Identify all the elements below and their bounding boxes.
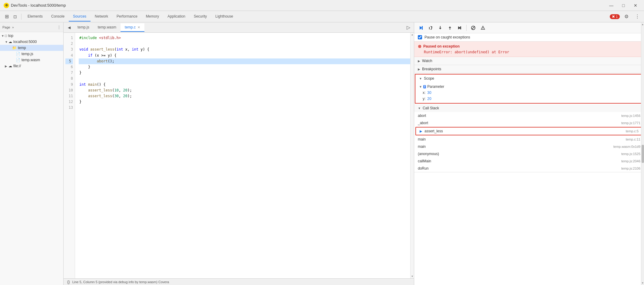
callstack-item-doRun[interactable]: doRun temp.js:2106	[414, 165, 644, 172]
deactivate-breakpoints-button[interactable]	[469, 24, 477, 32]
chevron-down-icon: ▼	[5, 40, 8, 44]
chevron-right-icon: ▶	[5, 65, 8, 68]
callstack-header[interactable]: ▼ Call Stack	[414, 104, 644, 112]
tree-item-localhost[interactable]: ▼ ☁ localhost:5000	[0, 39, 63, 45]
minimize-button[interactable]: —	[606, 2, 616, 9]
close-tab-icon[interactable]: ✕	[137, 25, 140, 29]
code-line-10: assert_less(10, 20);	[79, 88, 410, 93]
code-line-9: int main() {	[79, 82, 410, 88]
tab-temp-c[interactable]: temp.c ✕	[121, 23, 144, 32]
scope-x-row: x: 30	[415, 90, 643, 96]
code-area: 1 2 3 4 5 6 7 8 9 10 11 12 13 #include <…	[64, 33, 414, 278]
tab-performance[interactable]: Performance	[112, 12, 142, 22]
tree-item-file[interactable]: ▶ ☁ file://	[0, 63, 63, 69]
step-into-button[interactable]	[436, 24, 444, 32]
svg-marker-0	[420, 26, 422, 30]
scroll-down-icon[interactable]: ▼	[642, 282, 644, 284]
file-tree: ▼ □ top ▼ ☁ localhost:5000 📁 temp	[0, 32, 63, 285]
tree-item-temp-wasm[interactable]: 📄 temp.wasm	[0, 57, 63, 63]
chevron-down-icon: ▼	[419, 85, 422, 88]
line-numbers: 1 2 3 4 5 6 7 8 9 10 11 12 13	[64, 33, 75, 278]
breakpoints-section: ▶ Breakpoints	[414, 65, 644, 73]
tab-network[interactable]: Network	[91, 12, 112, 22]
chevron-down-icon: ▼	[418, 107, 421, 110]
maximize-button[interactable]: □	[619, 2, 628, 9]
status-bar: {} Line 5, Column 5 (provided via debug …	[64, 278, 414, 285]
code-content[interactable]: #include <stdlib.h> void assert_less(int…	[75, 33, 414, 278]
navigate-back-icon[interactable]: ◀	[65, 23, 73, 32]
callstack-item-callMain[interactable]: callMain temp.js:2046	[414, 157, 644, 165]
scroll-down-icon[interactable]: ▼	[411, 275, 414, 278]
callstack-section: ▼ Call Stack abort temp.js:1456 _abort t…	[414, 104, 644, 172]
tab-temp-wasm[interactable]: temp.wasm	[94, 23, 121, 32]
tab-temp-js[interactable]: temp.js	[73, 23, 94, 32]
error-icon: ✖	[612, 15, 615, 19]
close-button[interactable]: ✕	[631, 2, 640, 9]
devtools-right-controls: ✖ 1 ⚙ ⋮	[610, 12, 642, 21]
callstack-item-assert-less[interactable]: ▶ assert_less temp.c:5	[416, 128, 642, 135]
paused-exception-heading: Paused on exception	[423, 44, 460, 48]
undock-icon[interactable]: ⊡	[11, 12, 19, 21]
tree-item-temp[interactable]: 📁 temp	[0, 45, 63, 51]
vertical-scrollbar[interactable]: ▲ ▼	[410, 33, 414, 278]
pause-exceptions-checkbox[interactable]	[418, 35, 422, 39]
more-options-icon[interactable]: ⋮	[633, 12, 642, 21]
tab-console[interactable]: Console	[47, 12, 69, 22]
code-line-5: abort();	[79, 58, 410, 64]
breakpoints-header[interactable]: ▶ Breakpoints	[414, 65, 644, 73]
callstack-item-anonymous[interactable]: (anonymous) temp.js:1525	[414, 150, 644, 157]
callstack-title: Call Stack	[423, 106, 439, 110]
folder-icon: □	[5, 34, 7, 38]
chevron-down-icon: ▼	[1, 34, 5, 38]
right-panel: Pause on caught exceptions ⊗ Paused on e…	[414, 22, 644, 285]
paused-exception-title: ⊗ Paused on exception	[418, 44, 640, 49]
callstack-item-main-wasm[interactable]: main temp.wasm:0x1d9	[414, 143, 644, 150]
expand-icon[interactable]: ▷	[404, 23, 413, 32]
code-line-8	[79, 76, 410, 81]
scroll-thumb[interactable]	[642, 145, 644, 163]
tab-application[interactable]: Application	[163, 12, 190, 22]
pause-on-exception-button[interactable]	[479, 24, 487, 32]
scope-section: ▼ Scope ▼ f Parameter x: 30 y: 20	[415, 74, 643, 104]
scroll-up-icon[interactable]: ▲	[411, 33, 414, 36]
tree-item-temp-js[interactable]: 📄 temp.js	[0, 51, 63, 57]
filetree-more-icon[interactable]: ⋮	[57, 25, 61, 29]
code-line-6: }	[79, 64, 410, 70]
tab-security[interactable]: Security	[190, 12, 211, 22]
svg-rect-1	[422, 26, 423, 30]
debugger-toolbar	[414, 22, 644, 33]
file-tree-header: Page » ⋮	[0, 22, 63, 32]
callstack-item-_abort[interactable]: _abort temp.js:1771	[414, 119, 644, 127]
svg-marker-4	[439, 28, 441, 29]
current-frame-icon: ▶	[420, 129, 422, 133]
step-button[interactable]	[455, 24, 464, 32]
file-icon: 📄	[16, 58, 20, 62]
watch-header[interactable]: ▶ Watch	[414, 57, 644, 65]
scope-param-row[interactable]: ▼ f Parameter	[415, 84, 643, 90]
tab-sources[interactable]: Sources	[69, 12, 91, 22]
file-icon: 📄	[16, 52, 20, 56]
resume-button[interactable]	[417, 24, 425, 32]
settings-icon[interactable]: ⚙	[622, 12, 631, 21]
scope-header[interactable]: ▼ Scope	[415, 75, 643, 82]
callstack-item-main-c11[interactable]: main temp.c:11	[414, 136, 644, 143]
scope-y-key: y:	[423, 97, 425, 101]
chevron-right-icon: ▶	[418, 59, 420, 63]
tab-memory[interactable]: Memory	[142, 12, 163, 22]
tab-elements[interactable]: Elements	[23, 12, 47, 22]
customize-icon[interactable]: ⊞	[2, 12, 11, 21]
domain-icon: ☁	[8, 64, 12, 68]
right-scrollbar[interactable]: ▲ ▼	[641, 22, 644, 285]
devtools-tabbar: ⊞ ⊡ Elements Console Sources Network Per…	[0, 11, 644, 22]
error-badge[interactable]: ✖ 1	[610, 14, 620, 19]
tree-item-top[interactable]: ▼ □ top	[0, 33, 63, 39]
tab-lighthouse[interactable]: Lighthouse	[211, 12, 237, 22]
status-text: Line 5, Column 5 (provided via debug inf…	[72, 280, 169, 284]
callstack-item-abort[interactable]: abort temp.js:1456	[414, 112, 644, 119]
step-out-button[interactable]	[446, 24, 454, 32]
step-over-button[interactable]	[426, 24, 435, 32]
page-label: Page	[2, 25, 10, 29]
code-line-2	[79, 41, 410, 47]
code-line-3: void assert_less(int x, int y) {	[79, 47, 410, 52]
scroll-up-icon[interactable]: ▲	[642, 23, 644, 26]
